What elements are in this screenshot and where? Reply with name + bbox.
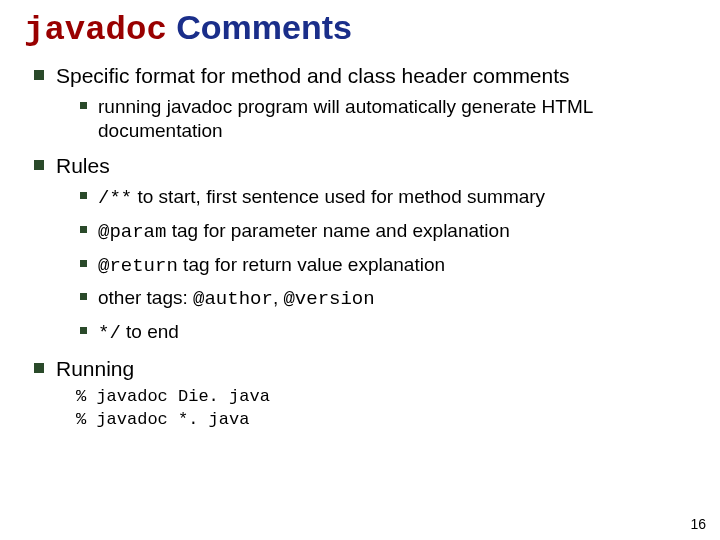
bullet-2-4: other tags: @author, @version — [76, 286, 696, 312]
bullet-2-text: Rules — [56, 154, 110, 177]
code-param: @param — [98, 221, 166, 243]
code-return: @return — [98, 255, 178, 277]
bullet-2-sublist: /** to start, first sentence used for me… — [56, 185, 696, 346]
slide-title: javadoc Comments — [24, 8, 696, 49]
code-end: */ — [98, 322, 121, 344]
bullet-1-text: Specific format for method and class hea… — [56, 64, 570, 87]
bullet-2-1-rest: to start, first sentence used for method… — [132, 186, 545, 207]
bullet-2-4-a: other tags: — [98, 287, 193, 308]
running-code-block: % javadoc Die. java % javadoc *. java — [56, 386, 696, 432]
bullet-2-5-rest: to end — [121, 321, 179, 342]
slide: javadoc Comments Specific format for met… — [0, 0, 720, 540]
bullet-2-1: /** to start, first sentence used for me… — [76, 185, 696, 211]
title-rest: Comments — [167, 8, 352, 46]
bullet-1: Specific format for method and class hea… — [30, 63, 696, 143]
bullet-3-text: Running — [56, 357, 134, 380]
bullet-2: Rules /** to start, first sentence used … — [30, 153, 696, 346]
bullet-2-2-rest: tag for parameter name and explanation — [166, 220, 509, 241]
code-author: @author — [193, 288, 273, 310]
bullet-2-3-rest: tag for return value explanation — [178, 254, 445, 275]
bullet-1-sublist: running javadoc program will automatical… — [56, 95, 696, 143]
bullet-list: Specific format for method and class hea… — [24, 63, 696, 432]
bullet-2-5: */ to end — [76, 320, 696, 346]
bullet-1-1: running javadoc program will automatical… — [76, 95, 696, 143]
page-number: 16 — [690, 516, 706, 532]
bullet-2-3: @return tag for return value explanation — [76, 253, 696, 279]
code-start: /** — [98, 187, 132, 209]
bullet-1-1-text: running javadoc program will automatical… — [98, 96, 593, 141]
bullet-2-4-c: , — [273, 287, 284, 308]
code-version: @version — [283, 288, 374, 310]
bullet-3: Running % javadoc Die. java % javadoc *.… — [30, 356, 696, 432]
title-code: javadoc — [24, 11, 167, 49]
bullet-2-2: @param tag for parameter name and explan… — [76, 219, 696, 245]
